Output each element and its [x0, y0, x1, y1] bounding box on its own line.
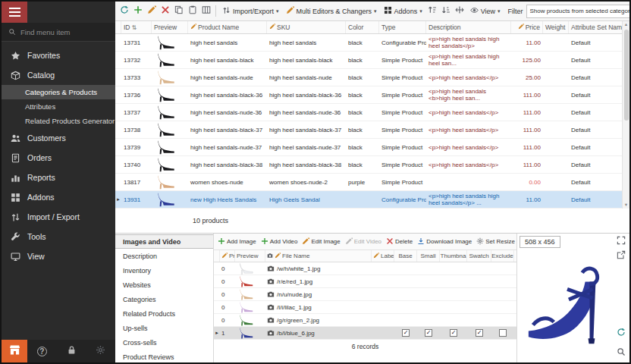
tab-categories[interactable]: Categories	[115, 292, 213, 306]
column-header-preview[interactable]: Preview	[152, 21, 188, 33]
product-type: Simple Product	[379, 174, 426, 190]
row-marker: ▸	[115, 191, 121, 208]
autosize-columns-button[interactable]	[454, 4, 466, 19]
add-video-button[interactable]: Add Video	[261, 237, 298, 246]
add-image-button[interactable]: Add Image	[218, 237, 256, 246]
menu-toggle-button[interactable]	[2, 2, 27, 23]
product-row-13739[interactable]: 13739high heel sandals-nude-37high heel …	[115, 139, 629, 156]
product-row-13740[interactable]: 13740high heel sandals-black-38high heel…	[115, 156, 629, 174]
copy-button[interactable]	[172, 4, 185, 19]
image-row[interactable]: 0/g/r/green_2.jpg	[214, 314, 516, 327]
sidebar-item-favorites[interactable]: Favorites	[2, 46, 115, 65]
image-row[interactable]: 0/r/e/red_1.jpg	[214, 275, 516, 288]
view-menu-button[interactable]: View ▾	[467, 4, 504, 19]
column-header-attribute_set[interactable]: Attribute Set Name	[569, 21, 623, 33]
image-column-header-exclude[interactable]: Exclude	[491, 250, 514, 262]
image-row[interactable]: 0/n/u/nude.jpg	[214, 288, 516, 301]
settings-button[interactable]	[86, 340, 115, 362]
image-column-header-preview[interactable]: Preview	[235, 250, 265, 262]
product-row-13931[interactable]: ▸13931new High Heels SandalsHigh Geels S…	[115, 191, 629, 209]
tab-websites[interactable]: Websites	[115, 278, 213, 292]
swatch-checkbox[interactable]: ✓	[476, 329, 483, 337]
refresh-preview-button[interactable]	[615, 328, 627, 338]
image-column-header-pr[interactable]: Pr	[220, 250, 235, 262]
small-checkbox[interactable]: ✓	[425, 329, 432, 337]
sidebar-item-reports[interactable]: Reports	[2, 168, 115, 187]
image-size-field[interactable]: 508 x 456	[520, 236, 560, 248]
category-filter-select[interactable]: Show products from selected categories ▾	[526, 5, 629, 18]
product-row-13732[interactable]: 13732high heel sandals-blackhigh heel sa…	[115, 52, 629, 69]
open-external-button[interactable]	[615, 250, 627, 261]
download-image-button[interactable]: Download Image	[417, 237, 472, 246]
addons-menu-button[interactable]: Addons ▾	[381, 4, 425, 19]
column-header-description[interactable]: Description	[426, 21, 511, 33]
scrollbar-thumb[interactable]	[624, 30, 629, 121]
paste-button[interactable]	[186, 4, 199, 19]
image-row[interactable]: ▸1/b/l/blue_6.jpg✓✓✓✓	[214, 327, 516, 340]
tab-images-and-video[interactable]: Images and Video	[115, 234, 213, 249]
sidebar-item-tools[interactable]: Tools	[2, 227, 115, 246]
image-column-header-swatch[interactable]: Swatch	[467, 250, 491, 262]
sidebar-item-catalog[interactable]: Catalog	[2, 65, 115, 85]
sidebar-subitem-attributes[interactable]: Attributes	[2, 99, 115, 114]
store-button[interactable]	[2, 340, 27, 362]
scroll-up-arrow[interactable]: ▲	[624, 21, 628, 28]
tab-inventory[interactable]: Inventory	[115, 263, 213, 278]
column-header-sku[interactable]: SKU	[267, 21, 346, 33]
tab-description[interactable]: Description	[115, 249, 213, 263]
sidebar-item-import-export[interactable]: Import / Export	[2, 207, 115, 227]
edit-image-button[interactable]: Edit Image	[302, 237, 340, 246]
product-row-13736[interactable]: 13736high heel sandals-black-36high heel…	[115, 86, 629, 104]
edit-product-button[interactable]	[145, 4, 158, 19]
product-row-13737[interactable]: 13737high heel sandals-nude-36high heel …	[115, 104, 629, 121]
scroll-down-arrow[interactable]: ▼	[624, 202, 628, 209]
sidebar-item-customers[interactable]: Customers	[2, 128, 115, 148]
fullscreen-button[interactable]	[615, 236, 627, 246]
sidebar-item-addons[interactable]: Addons	[2, 187, 115, 207]
columns-button[interactable]	[199, 4, 212, 19]
lock-button[interactable]	[57, 340, 86, 362]
add-product-button[interactable]	[131, 4, 144, 19]
product-row-13817[interactable]: 13817women shoes-nudewomen shoes-nude-2p…	[115, 174, 629, 191]
image-column-header-thumbnail[interactable]: Thumbna	[440, 250, 467, 262]
tab-product-reviews[interactable]: Product Reviews	[115, 350, 213, 362]
set-resize-rule-button[interactable]: Set Resize Rule	[476, 237, 516, 246]
sort-descending-button[interactable]	[440, 4, 453, 19]
sort-ascending-button[interactable]	[426, 4, 439, 19]
image-row[interactable]: 0/l/i/lilac_1.jpg	[214, 301, 516, 314]
thumbnail-checkbox[interactable]: ✓	[450, 329, 457, 337]
column-header-id[interactable]: ID⇅	[121, 21, 152, 33]
base-checkbox[interactable]: ✓	[402, 329, 410, 337]
column-header-weight[interactable]: Weight	[543, 21, 569, 33]
image-row[interactable]: 0/w/h/white_1.jpg	[214, 262, 516, 275]
multi-editors-menu-button[interactable]: Multi Editors & Changers ▾	[283, 4, 380, 19]
delete-product-button[interactable]	[159, 4, 171, 19]
product-row-13738[interactable]: 13738high heel sandals-black-37high heel…	[115, 121, 629, 139]
image-column-header-base[interactable]: Base	[394, 250, 417, 262]
refresh-button[interactable]	[118, 4, 130, 19]
sidebar-subitem-categories-products[interactable]: Categories & Products	[2, 85, 115, 99]
image-column-header-label[interactable]: Label	[372, 250, 394, 262]
help-button[interactable]: ?	[27, 340, 57, 362]
column-header-price[interactable]: Price	[511, 21, 543, 33]
vertical-scrollbar[interactable]: ▲ ▼	[622, 21, 629, 209]
sidebar-item-orders[interactable]: Orders	[2, 148, 115, 168]
zoom-button[interactable]	[615, 347, 627, 358]
column-header-name[interactable]: Product Name	[188, 21, 267, 33]
sidebar-item-view[interactable]: View	[2, 246, 115, 266]
tab-related-products[interactable]: Related Products	[115, 306, 213, 321]
product-row-13733[interactable]: 13733high heel sandals-nudehigh heel san…	[115, 69, 629, 86]
tab-up-sells[interactable]: Up-sells	[115, 321, 213, 335]
menu-search-input[interactable]	[20, 28, 108, 36]
tab-cross-sells[interactable]: Cross-sells	[115, 335, 213, 350]
import-export-menu-button[interactable]: Import/Export ▾	[219, 4, 282, 19]
image-column-header-small[interactable]: Small	[417, 250, 440, 262]
sidebar-subitem-related-products-generator[interactable]: Related Products Generator	[2, 114, 115, 128]
delete-image-button[interactable]: Delete	[386, 237, 413, 246]
column-header-type[interactable]: Type	[379, 21, 426, 33]
exclude-checkbox[interactable]	[499, 329, 507, 337]
product-row-13731[interactable]: 13731high heel sandalshigh heel sandalsb…	[115, 34, 629, 52]
column-header-color[interactable]: Color	[346, 21, 379, 33]
edit-video-button[interactable]: Edit Video	[345, 237, 381, 246]
image-column-header-file[interactable]: File Name	[265, 250, 372, 262]
